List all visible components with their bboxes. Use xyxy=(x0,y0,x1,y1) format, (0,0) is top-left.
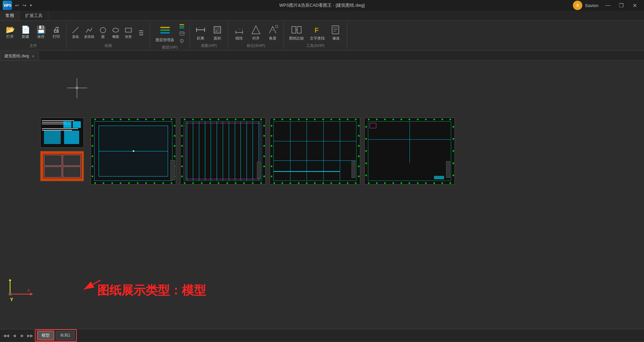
ribbon-tab-normal[interactable]: 常用 xyxy=(0,11,20,20)
polyline-icon xyxy=(86,26,93,34)
svg-rect-9 xyxy=(160,32,170,33)
nav-first-btn[interactable]: ◀◀ xyxy=(3,332,9,339)
app-logo: WPS xyxy=(3,1,12,10)
win-controls: — ❐ ✕ xyxy=(601,0,641,11)
save-button[interactable]: 💾 保存 xyxy=(34,25,48,41)
nav-next-btn[interactable]: ▶ xyxy=(19,332,25,339)
redo-btn[interactable]: ↪ xyxy=(21,2,28,9)
line-button[interactable]: 直线 xyxy=(69,26,82,40)
annotation-text: 图纸展示类型：模型 xyxy=(97,282,206,299)
svg-rect-31 xyxy=(297,26,301,33)
rect-label: 矩形 xyxy=(125,35,132,39)
minimize-btn[interactable]: — xyxy=(601,0,614,11)
compare-button[interactable]: 图纸比较 xyxy=(286,23,307,42)
svg-line-29 xyxy=(275,26,278,27)
compare-icon xyxy=(291,24,302,35)
layout1-tab[interactable]: 布局1 xyxy=(56,331,75,340)
ribbon-tab-extend[interactable]: 扩展工具 xyxy=(20,11,48,20)
modify-icon xyxy=(331,24,341,35)
model-tab[interactable]: 模型 xyxy=(37,331,54,340)
print-button[interactable]: 🖨 打印 xyxy=(49,25,64,41)
find-text-button[interactable]: F 文字查找 xyxy=(307,23,327,42)
restore-btn[interactable]: ❐ xyxy=(614,0,628,11)
svg-line-0 xyxy=(72,27,78,33)
circle-icon xyxy=(99,26,107,34)
ellipse-button[interactable]: 椭圆 xyxy=(110,26,122,40)
layer-icon2 xyxy=(179,31,185,36)
open-icon: 📂 xyxy=(6,26,15,33)
close-btn[interactable]: ✕ xyxy=(628,0,641,11)
polyline-button[interactable]: 多段线 xyxy=(82,26,96,40)
left-thumbnails xyxy=(40,118,84,181)
layer-group-label: 图层(VIP) xyxy=(162,45,178,50)
layer-manager-button[interactable]: 图层管理器 xyxy=(153,23,177,44)
more-draw-button[interactable] xyxy=(135,28,147,37)
ellipse-icon xyxy=(112,26,119,34)
drawing-thumb-4[interactable] xyxy=(364,118,455,185)
svg-point-2 xyxy=(113,28,119,32)
draw-group-label: 绘图 xyxy=(105,43,112,48)
tools-group-label: 工具(SVIP) xyxy=(306,43,324,48)
distance-icon: ↔ xyxy=(195,24,206,35)
angle-dim-button[interactable]: 角度 xyxy=(265,23,281,42)
ribbon-tabs: 常用 扩展工具 xyxy=(0,11,644,21)
circle-button[interactable]: 圆 xyxy=(97,26,109,40)
layer-manager-label: 图层管理器 xyxy=(156,38,174,43)
canvas-area[interactable]: Y X xyxy=(0,61,644,329)
thumb-orange-drawing[interactable] xyxy=(40,151,84,181)
align-dim-icon xyxy=(251,24,261,35)
find-text-icon: F xyxy=(312,24,323,35)
drawing-thumb-3[interactable] xyxy=(270,118,360,185)
tab-highlight-group: 模型 布局1 xyxy=(35,329,77,342)
ribbon-group-tools: 图纸比较 F 文字查找 修改 xyxy=(284,22,347,49)
linear-dim-button[interactable]: ←→ 线性 xyxy=(231,23,247,42)
red-arrow-indicator xyxy=(77,277,104,295)
line-label: 直线 xyxy=(72,35,79,39)
svg-rect-7 xyxy=(160,27,170,28)
distance-button[interactable]: ↔ 距离 xyxy=(193,23,209,42)
linear-dim-icon: ←→ xyxy=(234,24,245,35)
crosshair-dot xyxy=(75,86,78,89)
svg-text:←→: ←→ xyxy=(238,27,243,30)
svg-rect-5 xyxy=(139,32,143,33)
drawing-thumb-2[interactable] xyxy=(180,118,266,185)
svg-rect-10 xyxy=(179,24,184,25)
bottom-tab-bar: ◀◀ ◀ ▶ ▶▶ 模型 布局1 xyxy=(0,329,644,342)
angle-dim-icon xyxy=(267,24,278,35)
linear-dim-label: 线性 xyxy=(235,36,243,41)
modify-label: 修改 xyxy=(332,36,340,41)
nav-prev-btn[interactable]: ◀ xyxy=(11,332,17,339)
svg-text:F: F xyxy=(315,26,319,34)
layer-btn3[interactable] xyxy=(177,38,187,44)
drawing-thumb-1[interactable] xyxy=(91,118,176,185)
svg-rect-30 xyxy=(292,26,296,33)
modify-button[interactable]: 修改 xyxy=(328,23,344,42)
svg-rect-6 xyxy=(139,35,143,35)
svg-rect-4 xyxy=(139,30,143,31)
align-dim-button[interactable]: 对齐 xyxy=(248,23,264,42)
svg-rect-34 xyxy=(332,26,339,34)
svg-rect-11 xyxy=(179,26,184,27)
layer-btn1[interactable] xyxy=(177,23,187,29)
layer-btn2[interactable] xyxy=(177,30,187,37)
quick-menu-btn[interactable]: ▾ xyxy=(29,2,33,8)
print-icon: 🖨 xyxy=(53,26,60,33)
ellipse-label: 椭圆 xyxy=(112,35,119,39)
open-button[interactable]: 📂 打开 xyxy=(3,25,17,41)
undo-btn[interactable]: ↩ xyxy=(14,2,20,9)
svg-rect-13 xyxy=(179,32,184,35)
ribbon-group-layer: 图层管理器 xyxy=(150,22,190,49)
new-button[interactable]: 📄 新建 xyxy=(18,25,33,41)
file-tab-dwg[interactable]: 建筑图纸.dwg × xyxy=(0,52,39,60)
circle-label: 圆 xyxy=(101,35,105,39)
title-text: WPS图片&浩辰CAD看图王 - [建筑图纸.dwg] xyxy=(279,2,365,8)
thumb-text-drawing[interactable] xyxy=(40,118,84,148)
area-button[interactable]: ㎡ 面积 xyxy=(209,23,225,42)
rect-button[interactable]: 矩形 xyxy=(122,26,135,40)
area-label: 面积 xyxy=(214,36,221,41)
nav-last-btn[interactable]: ▶▶ xyxy=(27,332,34,339)
file-tab-close[interactable]: × xyxy=(32,54,34,59)
save-icon: 💾 xyxy=(37,26,46,33)
drawings-container xyxy=(40,118,455,185)
title-bar-left: WPS ↩ ↪ ▾ xyxy=(3,1,33,10)
